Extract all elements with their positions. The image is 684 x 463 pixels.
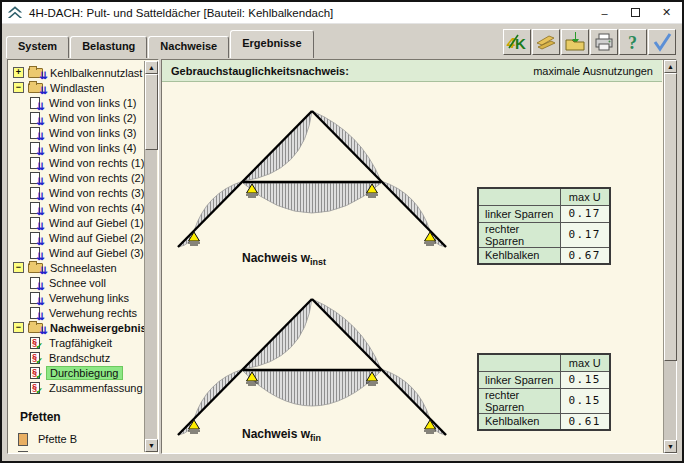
help-button[interactable]: ?: [619, 29, 647, 55]
loadcase-icon: ⇊: [30, 112, 40, 124]
results-panel: Gebrauchstauglichkeitsnachweis: maximale…: [161, 59, 677, 454]
tree-item[interactable]: ⇊Schnee voll: [9, 275, 144, 290]
tree-item[interactable]: +⇊Kehlbalkennutzlast: [9, 65, 144, 80]
tree-item-label: Wind von rechts (4): [46, 202, 144, 214]
results-header-subtitle: maximale Ausnutzungen: [533, 65, 653, 77]
tree-item[interactable]: ⇊Wind auf Giebel (1): [9, 215, 144, 230]
tree-item[interactable]: ⇊Wind auf Giebel (2): [9, 230, 144, 245]
open-results-button[interactable]: [561, 29, 589, 55]
scroll-down-icon[interactable]: ▼: [664, 440, 677, 453]
tree-item[interactable]: ⇊Verwehung links: [9, 290, 144, 305]
tree-item-label: Nachweisergebnisse: [47, 322, 144, 334]
app-roof-icon[interactable]: [7, 6, 23, 20]
down-arrows-icon: ⇊: [37, 117, 44, 127]
tree-item[interactable]: −⇊Windlasten: [9, 80, 144, 95]
tree-item[interactable]: ⇊Verwehung rechts: [9, 305, 144, 320]
tree-group-header: Pfetten: [9, 408, 144, 426]
pcae-logo-icon: 4 K: [506, 32, 528, 52]
close-button[interactable]: ✕: [651, 2, 682, 23]
print-button[interactable]: [590, 29, 618, 55]
tab-belastung[interactable]: Belastung: [70, 36, 147, 58]
results-header-title: Gebrauchstauglichkeitsnachweis:: [171, 65, 349, 77]
titlebar: 4H-DACH: Pult- und Satteldächer [Bauteil…: [2, 2, 682, 24]
results-scrollbar-thumb[interactable]: [664, 73, 677, 361]
expand-icon[interactable]: +: [13, 67, 24, 78]
tree-item[interactable]: §✓Zusammenfassung: [9, 380, 144, 395]
results-header: Gebrauchstauglichkeitsnachweis: maximale…: [162, 60, 662, 82]
results-scrollbar[interactable]: ▲ ▼: [663, 60, 676, 453]
tree-item[interactable]: §✓Brandschutz: [9, 350, 144, 365]
down-arrows-icon: ⇊: [40, 266, 47, 276]
loadcase-icon: ⇊: [30, 247, 40, 259]
table-row: rechter Sparren0.17: [478, 222, 610, 247]
loads-folder-icon: ⇊: [28, 323, 43, 333]
tree-item[interactable]: ⇊Wind von links (1): [9, 95, 144, 110]
tree-item-label: Brandschutz: [46, 352, 113, 364]
scroll-up-icon[interactable]: ▲: [664, 60, 677, 73]
svg-text:?: ?: [628, 33, 637, 52]
collapse-icon[interactable]: −: [13, 82, 24, 93]
loadcase-icon: ⇊: [30, 277, 40, 289]
tree-item-label: Wind von rechts (3): [46, 187, 144, 199]
tree-item[interactable]: ⇊Wind von rechts (2): [9, 170, 144, 185]
loadcase-icon: ⇊: [30, 202, 40, 214]
tree-item-label: Kehlbalkennutzlast: [47, 67, 144, 79]
tree-item-label: Verwehung links: [46, 292, 132, 304]
tree-item-label: Zusammenfassung: [46, 382, 144, 394]
down-arrows-icon: ⇊: [37, 102, 44, 112]
tree-item[interactable]: ⇊Wind von links (3): [9, 125, 144, 140]
tree-item-label: Wind auf Giebel (1): [46, 217, 144, 229]
tab-nachweise[interactable]: Nachweise: [148, 36, 229, 58]
open-results-folder-icon: [564, 32, 586, 52]
loadcase-tree-panel: +⇊Kehlbalkennutzlast−⇊Windlasten⇊Wind vo…: [7, 59, 159, 454]
tree-item[interactable]: ⇊Wind von rechts (1): [9, 155, 144, 170]
maximize-icon: [631, 8, 640, 17]
tree-item[interactable]: −⇊Schneelasten: [9, 260, 144, 275]
collapse-icon[interactable]: −: [13, 262, 24, 273]
maximize-button[interactable]: [620, 2, 651, 23]
tree-item[interactable]: ⇊Wind von links (2): [9, 110, 144, 125]
results-table-winst: max U linker Sparren0.17 rechter Sparren…: [477, 187, 611, 265]
column-header: max U: [560, 354, 610, 371]
tree-scrollbar[interactable]: ▲ ▼: [144, 61, 157, 452]
minimize-button[interactable]: –: [589, 2, 620, 23]
collapse-icon[interactable]: −: [13, 322, 24, 333]
wood-beams-button[interactable]: [532, 29, 560, 55]
svg-text:K: K: [515, 35, 526, 52]
down-arrows-icon: ⇊: [37, 312, 44, 322]
tree-item[interactable]: ⇊Wind von rechts (4): [9, 200, 144, 215]
tree-item[interactable]: §✓Durchbiegung: [9, 365, 144, 380]
tree-item[interactable]: ⇊Wind von links (4): [9, 140, 144, 155]
down-arrows-icon: ⇊: [37, 192, 44, 202]
toolbar: 4 K ?: [502, 29, 676, 55]
down-arrows-icon: ⇊: [37, 297, 44, 307]
printer-icon: [593, 32, 615, 52]
tree-item[interactable]: ⇊Wind auf Giebel (3): [9, 245, 144, 260]
tree-item[interactable]: Pfette C: [9, 448, 144, 452]
down-arrows-icon: ⇊: [40, 71, 47, 81]
tree-item-label: Verwehung rechts: [46, 307, 140, 319]
tab-system[interactable]: System: [6, 36, 69, 58]
scroll-up-icon[interactable]: ▲: [145, 61, 158, 74]
tab-ergebnisse[interactable]: Ergebnisse: [230, 30, 313, 58]
tree-item[interactable]: −⇊Nachweisergebnisse: [9, 320, 144, 335]
tree-item-label: Wind auf Giebel (2): [46, 232, 144, 244]
paragraph-check-icon: §✓: [30, 367, 40, 379]
confirm-button[interactable]: [648, 29, 676, 55]
down-arrows-icon: ⇊: [37, 177, 44, 187]
scroll-down-icon[interactable]: ▼: [145, 439, 158, 452]
loadcase-icon: ⇊: [30, 142, 40, 154]
loadcase-icon: ⇊: [30, 97, 40, 109]
pcae-logo-button[interactable]: 4 K: [503, 29, 531, 55]
truss-label-wfin: Nachweis wfin: [242, 427, 321, 443]
results-canvas: Nachweis winst max U linker Sparren0.17 …: [162, 83, 662, 453]
tree-item[interactable]: Pfette B: [9, 430, 144, 448]
tree-scrollbar-thumb[interactable]: [145, 74, 158, 150]
loadcase-icon: ⇊: [30, 127, 40, 139]
purlin-icon: [18, 451, 28, 453]
tree-item[interactable]: ⇊Wind von rechts (3): [9, 185, 144, 200]
tree-item-label: Windlasten: [47, 82, 107, 94]
tree-item-label: Schnee voll: [46, 277, 109, 289]
tree-item[interactable]: §✓Tragfähigkeit: [9, 335, 144, 350]
check-icon: ✓: [35, 357, 43, 366]
